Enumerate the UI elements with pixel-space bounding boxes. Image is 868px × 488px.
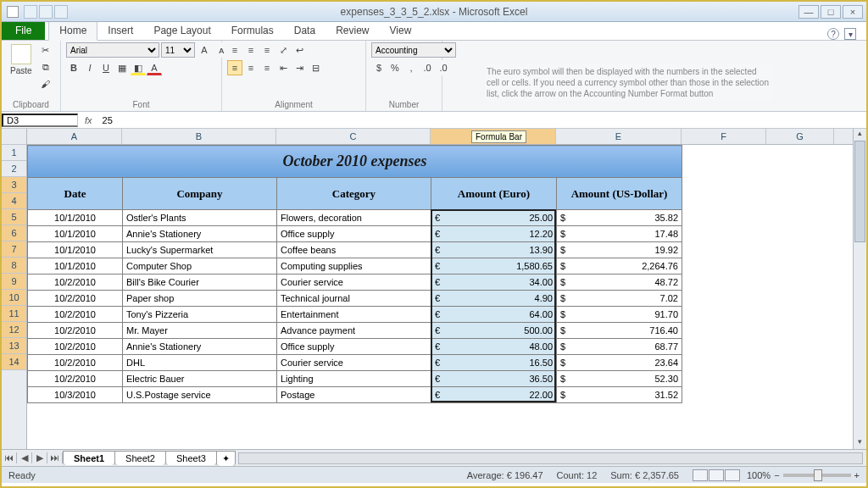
vertical-scrollbar[interactable]: ▴ ▾ (853, 129, 866, 449)
new-sheet-icon[interactable]: ✦ (216, 451, 236, 466)
sheet-nav-prev-icon[interactable]: ◀ (17, 452, 32, 463)
align-bottom-icon[interactable]: ≡ (259, 42, 275, 58)
zoom-in-icon[interactable]: + (854, 470, 860, 480)
help-icon[interactable]: ? (827, 28, 839, 40)
sheet-nav-last-icon[interactable]: ⏭ (47, 452, 63, 463)
status-sum: Sum: € 2,357.65 (610, 470, 679, 480)
font-name-select[interactable]: Arial (66, 42, 159, 58)
font-color-icon[interactable]: A (147, 60, 162, 75)
align-middle-icon[interactable]: ≡ (243, 42, 259, 58)
increase-decimal-icon[interactable]: .0 (420, 60, 435, 75)
table-row[interactable]: 10/3/2010U.S.Postage servicePostage€22.0… (28, 387, 682, 403)
header-date[interactable]: Date (28, 178, 123, 210)
tab-home[interactable]: Home (48, 20, 97, 41)
view-normal-icon[interactable] (693, 469, 708, 481)
tab-page-layout[interactable]: Page Layout (143, 21, 220, 40)
border-icon[interactable]: ▦ (114, 60, 130, 75)
statusbar: Ready Average: € 196.47 Count: 12 Sum: €… (2, 466, 866, 483)
format-painter-icon[interactable]: 🖌 (38, 76, 53, 92)
formula-bar-tooltip: Formula Bar (471, 130, 526, 143)
sheet-nav-next-icon[interactable]: ▶ (32, 452, 47, 463)
grow-font-icon[interactable]: A (197, 42, 212, 58)
sheet-title[interactable]: October 2010 expenses (28, 146, 682, 178)
cut-icon[interactable]: ✂ (38, 42, 53, 58)
ribbon-tabs: File Home Insert Page Layout Formulas Da… (2, 22, 866, 41)
align-right-icon[interactable]: ≡ (259, 60, 275, 75)
table-row[interactable]: 10/2/2010DHLCourier service€16.50$23.64 (28, 355, 682, 371)
zoom-level[interactable]: 100% (747, 470, 771, 480)
tab-formulas[interactable]: Formulas (221, 21, 284, 40)
maximize-button[interactable]: □ (821, 5, 841, 19)
zoom-slider[interactable] (783, 474, 851, 477)
cells-grid[interactable]: October 2010 expenses Date Company Categ… (27, 145, 853, 449)
view-page-break-icon[interactable] (725, 469, 740, 481)
align-top-icon[interactable]: ≡ (227, 42, 242, 58)
sheet-tabs-row: ⏮ ◀ ▶ ⏭ Sheet1 Sheet2 Sheet3 ✦ (2, 449, 866, 466)
align-left-icon[interactable]: ≡ (227, 60, 242, 75)
paste-button[interactable]: Paste (7, 42, 36, 77)
minimize-button[interactable]: — (798, 5, 819, 19)
table-row[interactable]: 10/2/2010Bill's Bike CourierCourier serv… (28, 274, 682, 291)
minimize-ribbon-icon[interactable]: ▾ (844, 28, 856, 40)
header-category[interactable]: Category (277, 178, 431, 210)
qat-save-icon[interactable] (24, 5, 37, 19)
sheet-tab-3[interactable]: Sheet3 (165, 451, 217, 465)
horizontal-scrollbar[interactable] (238, 452, 863, 464)
table-row[interactable]: 10/2/2010Annie's StationeryOffice supply… (28, 339, 682, 355)
bold-button[interactable]: B (66, 60, 81, 75)
scroll-up-icon[interactable]: ▴ (854, 129, 866, 141)
qat-redo-icon[interactable] (54, 5, 68, 19)
fx-icon[interactable]: fx (78, 115, 99, 125)
sheet-tab-2[interactable]: Sheet2 (114, 451, 166, 465)
close-button[interactable]: × (843, 5, 863, 19)
formula-input[interactable] (99, 115, 866, 125)
qat-undo-icon[interactable] (39, 5, 53, 19)
excel-logo-icon (7, 6, 19, 18)
view-page-layout-icon[interactable] (709, 469, 724, 481)
copy-icon[interactable]: ⧉ (38, 59, 53, 75)
scroll-thumb[interactable] (854, 141, 865, 242)
file-tab[interactable]: File (2, 21, 45, 40)
font-size-select[interactable]: 11 (161, 42, 195, 58)
fill-color-icon[interactable]: ◧ (131, 60, 146, 75)
align-center-icon[interactable]: ≡ (243, 60, 259, 75)
tab-review[interactable]: Review (326, 21, 379, 40)
name-box[interactable] (2, 114, 78, 127)
underline-button[interactable]: U (98, 60, 114, 75)
formula-bar: fx (2, 112, 866, 129)
clipboard-group-label: Clipboard (7, 98, 55, 111)
orientation-icon[interactable]: ⤢ (275, 42, 291, 58)
comma-icon[interactable]: , (403, 60, 419, 75)
table-row[interactable]: 10/2/2010Tony's PizzeriaEntertainment€64… (28, 307, 682, 323)
table-row[interactable]: 10/1/2010Ostler's PlantsFlowers, decorat… (28, 210, 682, 226)
column-headers[interactable]: ABCDEFG (27, 129, 853, 145)
row-headers[interactable]: 12 34567891011121314 (2, 129, 27, 449)
table-row[interactable]: 10/2/2010Electric BauerLighting€36.50$52… (28, 371, 682, 387)
wrap-text-icon[interactable]: ↩ (292, 42, 307, 58)
table-row[interactable]: 10/1/2010Annie's StationeryOffice supply… (28, 226, 682, 242)
table-row[interactable]: 10/1/2010Lucky's SupermarketCoffee beans… (28, 242, 682, 258)
accounting-format-icon[interactable]: $ (371, 60, 387, 75)
percent-icon[interactable]: % (387, 60, 403, 75)
header-company[interactable]: Company (123, 178, 277, 210)
italic-button[interactable]: I (82, 60, 97, 75)
merge-icon[interactable]: ⊟ (308, 60, 323, 75)
table-row[interactable]: 10/2/2010Mr. MayerAdvance payment€500.00… (28, 323, 682, 339)
number-format-select[interactable]: Accounting (371, 42, 456, 58)
decrease-decimal-icon[interactable]: .0 (436, 60, 451, 75)
table-row[interactable]: 10/2/2010Paper shopTechnical journal€4.9… (28, 291, 682, 307)
sheet-tab-1[interactable]: Sheet1 (63, 451, 115, 465)
tab-insert[interactable]: Insert (97, 21, 143, 40)
scroll-down-icon[interactable]: ▾ (854, 437, 866, 449)
table-row[interactable]: 10/1/2010Computer ShopComputing supplies… (28, 258, 682, 274)
sheet-nav-first-icon[interactable]: ⏮ (2, 452, 17, 463)
titlebar: expenses_3_3_5_2.xlsx - Microsoft Excel … (2, 2, 866, 22)
header-euro[interactable]: Amount (Euro) (431, 178, 557, 210)
tab-view[interactable]: View (380, 21, 422, 40)
ribbon: Paste ✂ ⧉ 🖌 Clipboard Arial 11 A ᴀ B I U… (2, 41, 866, 112)
increase-indent-icon[interactable]: ⇥ (292, 60, 307, 75)
decrease-indent-icon[interactable]: ⇤ (275, 60, 291, 75)
zoom-out-icon[interactable]: − (774, 470, 779, 480)
header-usd[interactable]: Amount (US-Dollar) (557, 178, 682, 210)
tab-data[interactable]: Data (284, 21, 326, 40)
